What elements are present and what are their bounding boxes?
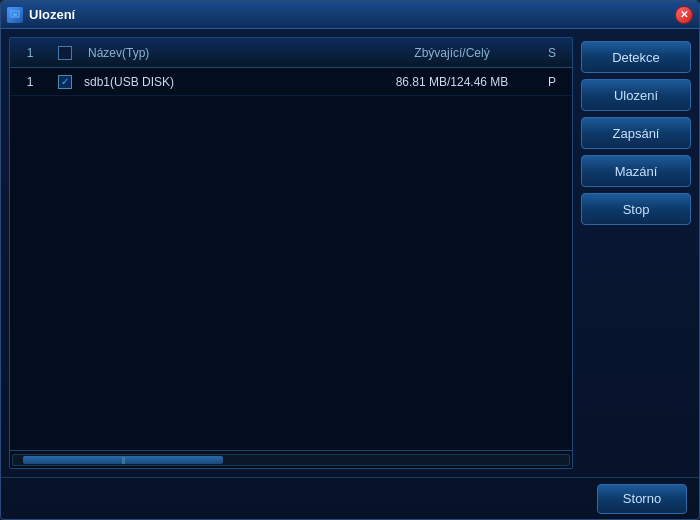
ulozeni-button[interactable]: Ulození	[581, 79, 691, 111]
horizontal-scrollbar[interactable]	[10, 450, 572, 468]
table-header: 1 Název(Typ) Zbývající/Celý S	[10, 38, 572, 68]
window-icon	[7, 7, 23, 23]
disk-space: 86.81 MB/124.46 MB	[372, 75, 532, 89]
col-num: 1	[10, 46, 50, 60]
sidebar: Detekce Ulození Zapsání Mazání Stop	[581, 37, 691, 469]
table-body: 1 ✓ sdb1(USB DISK) 86.81 MB/124.46 MB P	[10, 68, 572, 450]
scrollbar-track[interactable]	[12, 454, 570, 466]
col-space: Zbývající/Celý	[372, 46, 532, 60]
scrollbar-thumb[interactable]	[23, 456, 223, 464]
zapsani-button[interactable]: Zapsání	[581, 117, 691, 149]
content-area: 1 Název(Typ) Zbývající/Celý S 1 ✓ sdb1(U…	[1, 29, 699, 477]
col-name: Název(Typ)	[80, 46, 372, 60]
svg-rect-1	[13, 13, 17, 16]
row-num: 1	[10, 75, 50, 89]
disk-status: P	[532, 75, 572, 89]
row-checkbox[interactable]: ✓	[50, 75, 80, 89]
bottom-bar: Storno	[1, 477, 699, 519]
table-row[interactable]: 1 ✓ sdb1(USB DISK) 86.81 MB/124.46 MB P	[10, 68, 572, 96]
window-title: Ulození	[29, 7, 75, 22]
main-window: Ulození ✕ 1 Název(Typ) Zbývající/Celý S …	[0, 0, 700, 520]
mazani-button[interactable]: Mazání	[581, 155, 691, 187]
col-checkbox[interactable]	[50, 46, 80, 60]
select-all-checkbox[interactable]	[58, 46, 72, 60]
checkbox-checked-icon[interactable]: ✓	[58, 75, 72, 89]
disk-name: sdb1(USB DISK)	[80, 75, 372, 89]
title-bar-left: Ulození	[7, 7, 75, 23]
detekce-button[interactable]: Detekce	[581, 41, 691, 73]
file-table: 1 Název(Typ) Zbývající/Celý S 1 ✓ sdb1(U…	[9, 37, 573, 469]
storno-button[interactable]: Storno	[597, 484, 687, 514]
col-status: S	[532, 46, 572, 60]
close-button[interactable]: ✕	[675, 6, 693, 24]
stop-button[interactable]: Stop	[581, 193, 691, 225]
title-bar: Ulození ✕	[1, 1, 699, 29]
